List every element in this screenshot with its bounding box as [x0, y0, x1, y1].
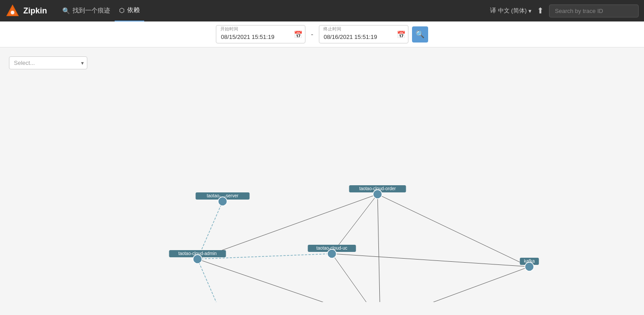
graph-edge — [380, 267, 529, 302]
service-select-wrapper: Select... ▾ — [9, 56, 87, 69]
start-calendar-button[interactable]: 📅 — [294, 30, 303, 38]
node-circle[interactable] — [193, 255, 202, 264]
search-button[interactable]: 🔍 — [412, 26, 428, 43]
node-circle[interactable] — [373, 190, 382, 199]
search-icon: 🔍 — [416, 30, 425, 38]
graph-node[interactable]: taotao-cloud-uc — [308, 245, 356, 258]
graph-edge — [378, 194, 529, 267]
graph-edge — [332, 254, 529, 267]
start-date-wrapper: 开始时间 📅 — [216, 25, 305, 43]
app-name: Zipkin — [23, 6, 47, 16]
graph-node[interactable]: taotao-cloud-admin — [169, 250, 226, 264]
nav: 🔍 找到一个痕迹 ⬡ 依赖 — [58, 0, 144, 21]
search-nav-icon: 🔍 — [62, 7, 70, 14]
svg-point-2 — [11, 11, 14, 14]
dependency-graph: taotao-...-servertaotao-cloud-admintaota… — [9, 78, 635, 302]
service-select[interactable]: Select... ▾ — [9, 56, 87, 69]
node-circle[interactable] — [525, 262, 534, 271]
date-separator: - — [309, 30, 315, 38]
zipkin-logo — [5, 4, 20, 18]
start-date-label: 开始时间 — [220, 26, 238, 32]
end-date-label: 终止时间 — [323, 26, 341, 32]
dependencies-nav-icon: ⬡ — [119, 7, 125, 14]
nav-dependencies[interactable]: ⬡ 依赖 — [115, 0, 144, 21]
graph-node[interactable]: taotao-cloud-order — [349, 185, 406, 199]
graph-edge — [197, 259, 223, 302]
select-chevron-icon: ▾ — [81, 60, 84, 66]
graph-edge — [378, 194, 380, 302]
trace-search-input[interactable] — [549, 4, 639, 17]
lang-chevron-icon: ▾ — [528, 8, 532, 14]
translate-icon: 译 — [490, 7, 496, 15]
toolbar: 开始时间 📅 - 终止时间 📅 🔍 — [0, 21, 644, 47]
main-content: Select... ▾ taotao-...-servertaotao-clou… — [0, 47, 644, 315]
nav-find-trace[interactable]: 🔍 找到一个痕迹 — [58, 0, 115, 21]
graph-edge — [197, 259, 380, 302]
end-calendar-button[interactable]: 📅 — [397, 30, 406, 38]
node-circle[interactable] — [218, 197, 227, 206]
upload-icon[interactable]: ⬆ — [537, 6, 544, 16]
node-circle[interactable] — [327, 249, 336, 258]
language-selector[interactable]: 译 中文 (简体) ▾ — [490, 7, 532, 15]
header: Zipkin 🔍 找到一个痕迹 ⬡ 依赖 译 中文 (简体) ▾ ⬆ — [0, 0, 644, 21]
graph-edge — [332, 254, 380, 302]
graph-node[interactable]: taotao-...-server — [196, 192, 250, 206]
graph-svg: taotao-...-servertaotao-cloud-admintaota… — [9, 78, 635, 302]
end-date-wrapper: 终止时间 📅 — [319, 25, 408, 43]
header-right: 译 中文 (简体) ▾ ⬆ — [490, 4, 639, 17]
